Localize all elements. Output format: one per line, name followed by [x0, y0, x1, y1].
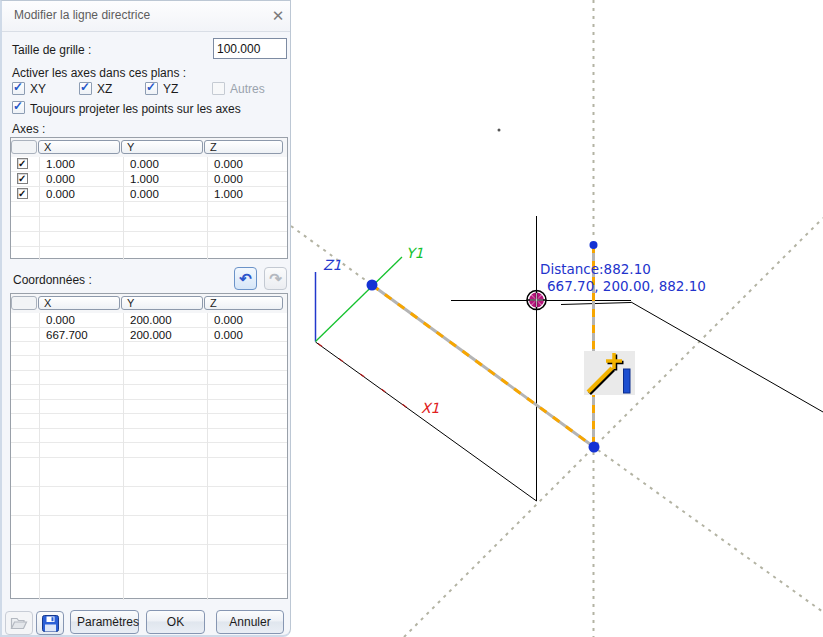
checkbox-autres	[212, 82, 225, 95]
guideline-point-end[interactable]	[589, 442, 600, 453]
axes-table[interactable]: X Y Z 1.000 0.000 0.000 0.000 1.000 0.00…	[10, 137, 288, 259]
axes-table-header[interactable]: X Y Z	[11, 138, 287, 157]
table-row[interactable]: 0.000 0.000 1.000	[11, 187, 287, 202]
checkbox-yz-label: YZ	[163, 82, 178, 96]
save-button[interactable]	[36, 611, 64, 635]
coords-table-empty-rows[interactable]	[11, 342, 287, 600]
axes-header-z[interactable]: Z	[204, 140, 283, 154]
modify-guideline-dialog: Modifier la ligne directrice ✕ Taille de…	[0, 0, 291, 637]
cell-y[interactable]: 0.000	[123, 187, 207, 201]
redo-icon: ↷	[265, 268, 286, 289]
cell-x[interactable]: 667.700	[39, 328, 123, 342]
coords-header-y[interactable]: Y	[121, 296, 203, 310]
coords-section-label: Coordonnées :	[13, 273, 92, 287]
cell-y[interactable]: 200.000	[123, 328, 207, 342]
checkbox-xz-label: XZ	[97, 82, 112, 96]
snap-marker	[527, 291, 546, 310]
guideline-segment-base	[372, 285, 594, 447]
cell-x[interactable]: 0.000	[39, 172, 123, 186]
row-checkbox[interactable]	[17, 158, 28, 169]
planes-label: Activer les axes dans ces plans :	[12, 66, 186, 80]
dialog-title: Modifier la ligne directrice	[14, 8, 150, 22]
checkbox-project-points[interactable]	[12, 101, 25, 114]
checkbox-xz[interactable]	[79, 82, 92, 95]
floppy-disk-icon	[42, 615, 59, 632]
z1-axis-label: Z1	[323, 257, 342, 273]
cell-x[interactable]: 0.000	[39, 313, 123, 327]
table-row[interactable]: 1.000 0.000 0.000	[11, 157, 287, 172]
load-button	[5, 611, 33, 635]
checkbox-project-points-label: Toujours projeter les points sur les axe…	[30, 102, 241, 116]
origin-dot	[498, 129, 501, 132]
axes-table-empty-rows[interactable]	[11, 202, 287, 260]
checkbox-xy[interactable]	[12, 82, 25, 95]
cancel-button[interactable]: Annuler	[216, 610, 284, 634]
coords-table-header[interactable]: X Y Z	[11, 294, 287, 313]
cell-z[interactable]: 0.000	[207, 172, 287, 186]
cell-z[interactable]: 0.000	[207, 328, 287, 342]
coords-header-z[interactable]: Z	[204, 296, 283, 310]
axes-header-x[interactable]: X	[38, 140, 120, 154]
row-checkbox[interactable]	[17, 188, 28, 199]
create-point-cursor-icon	[584, 351, 635, 395]
cell-z[interactable]: 0.000	[207, 313, 287, 327]
table-row[interactable]: 667.700 200.000 0.000	[11, 328, 287, 343]
redo-button: ↷	[264, 267, 287, 290]
cell-y[interactable]: 200.000	[123, 313, 207, 327]
guideline-extension-right	[598, 450, 823, 612]
coords-header-x[interactable]: X	[38, 296, 120, 310]
undo-icon: ↶	[235, 268, 256, 289]
guideline-extension-left	[291, 226, 368, 282]
undo-button[interactable]: ↶	[234, 267, 257, 290]
x1-axis-label: X1	[421, 400, 440, 416]
dialog-titlebar[interactable]: Modifier la ligne directrice ✕	[2, 1, 290, 32]
grid-size-label: Taille de grille :	[12, 43, 91, 57]
cell-z[interactable]: 0.000	[207, 157, 287, 171]
edge-horizontal-2	[561, 303, 631, 305]
checkbox-xy-label: XY	[30, 82, 46, 96]
model-edges	[316, 216, 823, 501]
cell-y[interactable]: 1.000	[123, 172, 207, 186]
table-row[interactable]: 0.000 200.000 0.000	[11, 313, 287, 328]
y1-axis-label: Y1	[406, 245, 423, 261]
close-icon[interactable]: ✕	[268, 6, 288, 26]
ok-button[interactable]: OK	[146, 610, 205, 634]
axes-section-label: Axes :	[12, 122, 45, 136]
row-checkbox[interactable]	[17, 173, 28, 184]
axes-table-body: 1.000 0.000 0.000 0.000 1.000 0.000 0.00…	[11, 157, 287, 260]
axes-header-empty[interactable]	[11, 140, 37, 154]
axes-header-y[interactable]: Y	[121, 140, 203, 154]
parameters-button[interactable]: Paramètres	[70, 610, 139, 634]
guideline-point-start[interactable]	[367, 280, 378, 291]
cell-y[interactable]: 0.000	[123, 157, 207, 171]
cell-x[interactable]: 1.000	[39, 157, 123, 171]
coords-header-empty[interactable]	[11, 296, 37, 310]
edge-diagonal-right	[631, 302, 823, 412]
grid-size-input[interactable]	[213, 38, 287, 59]
construction-lines	[291, 0, 823, 637]
guideline-point-new[interactable]	[590, 241, 598, 249]
coordinates-table[interactable]: X Y Z 0.000 200.000 0.000 667.700 200.00…	[10, 293, 288, 599]
folder-open-icon	[10, 615, 28, 631]
cell-x[interactable]: 0.000	[39, 187, 123, 201]
coords-annotation: 667.70, 200.00, 882.10	[547, 278, 706, 294]
x1-axis-line	[316, 342, 537, 501]
coords-table-body: 0.000 200.000 0.000 667.700 200.000 0.00…	[11, 313, 287, 600]
checkbox-autres-label: Autres	[230, 82, 265, 96]
cell-z[interactable]: 1.000	[207, 187, 287, 201]
distance-annotation: Distance:882.10	[540, 261, 651, 277]
table-row[interactable]: 0.000 1.000 0.000	[11, 172, 287, 187]
checkbox-yz[interactable]	[145, 82, 158, 95]
cursor-blue-bar	[624, 369, 631, 393]
